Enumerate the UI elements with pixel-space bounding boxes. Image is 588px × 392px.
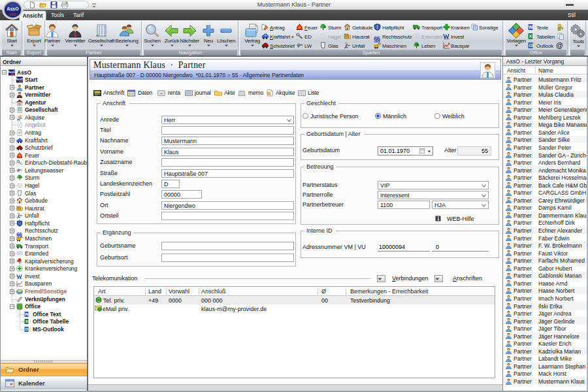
svg-text:O: O — [25, 327, 28, 331]
svg-text:xt: xt — [416, 34, 419, 38]
svg-text:re: re — [160, 91, 163, 95]
svg-text:AssO: AssO — [8, 71, 15, 74]
svg-text:X: X — [529, 34, 532, 39]
svg-text:AssO: AssO — [7, 7, 19, 11]
svg-text:2000: 2000 — [9, 12, 16, 16]
svg-text:O: O — [529, 43, 532, 48]
svg-text:X: X — [25, 319, 28, 323]
svg-text:W: W — [25, 312, 29, 316]
svg-text:AssO: AssO — [16, 78, 23, 81]
